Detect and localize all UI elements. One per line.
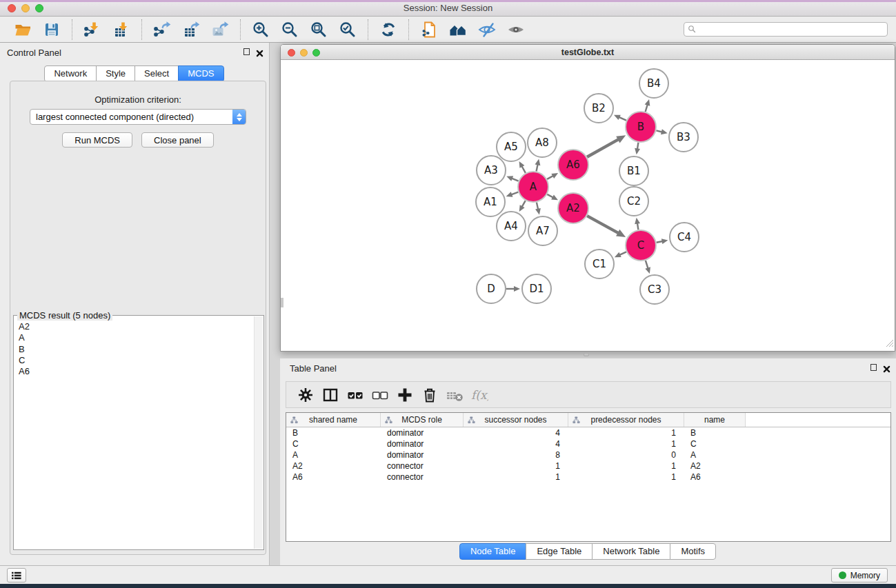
float-table-panel-icon[interactable] — [870, 364, 877, 371]
graph-edge-A-A7[interactable] — [537, 202, 538, 209]
cell-shared-name[interactable]: A6 — [286, 472, 381, 482]
cell-shared-name[interactable]: A — [286, 450, 381, 460]
tab-network[interactable]: Network — [44, 65, 97, 82]
tab-node-table[interactable]: Node Table — [459, 543, 527, 560]
zoom-fit-button[interactable] — [308, 19, 330, 41]
export-network-button[interactable] — [151, 19, 173, 41]
zoom-in-button[interactable] — [250, 19, 272, 41]
close-table-panel-icon[interactable] — [883, 363, 890, 371]
cell-shared-name[interactable]: B — [286, 428, 381, 438]
search-box[interactable] — [684, 22, 888, 37]
search-input[interactable] — [697, 23, 887, 35]
graph-edge-B-B4[interactable] — [646, 105, 648, 112]
mcds-result-item[interactable]: A — [19, 332, 254, 343]
table-row[interactable]: Cdominator41C — [286, 438, 890, 449]
cell-name[interactable]: B — [684, 428, 746, 438]
cell-successor-nodes[interactable]: 1 — [464, 472, 568, 482]
graph-edge-C-C1[interactable] — [619, 252, 626, 254]
graph-edge-B-B3[interactable] — [656, 130, 662, 132]
cell-name[interactable]: C — [684, 439, 746, 449]
cell-name[interactable]: A2 — [684, 461, 746, 471]
status-menu-button[interactable] — [7, 568, 26, 582]
graph-edge-B-B2[interactable] — [619, 117, 626, 121]
float-panel-icon[interactable] — [243, 48, 250, 55]
show-columns-button[interactable] — [318, 384, 343, 406]
result-scrollbar[interactable] — [254, 316, 263, 549]
criterion-dropdown[interactable]: largest connected component (directed) — [30, 109, 246, 125]
split-pane-handle[interactable] — [584, 353, 589, 356]
tab-edge-table[interactable]: Edge Table — [526, 543, 593, 560]
show-graphics-details-button[interactable] — [505, 19, 527, 41]
mcds-result-item[interactable]: B — [19, 344, 254, 355]
export-table-button[interactable] — [180, 19, 202, 41]
export-image-button[interactable] — [209, 19, 231, 41]
graph-edge-A6-B[interactable] — [587, 139, 619, 157]
graph-edge-A-A1[interactable] — [511, 192, 518, 195]
cell-MCDS-role[interactable]: connector — [381, 461, 464, 471]
create-column-button[interactable] — [392, 384, 417, 406]
graph-edge-A-A2[interactable] — [547, 194, 553, 198]
cell-predecessor-nodes[interactable]: 1 — [568, 439, 684, 449]
cell-shared-name[interactable]: C — [286, 439, 381, 449]
graph-edge-A-A5[interactable] — [521, 166, 525, 173]
tab-motifs[interactable]: Motifs — [670, 543, 716, 560]
network-window-titlebar[interactable]: testGlobe.txt — [281, 45, 895, 60]
import-table-button[interactable] — [110, 19, 132, 41]
save-session-button[interactable] — [41, 19, 63, 41]
table-row[interactable]: A2connector11A2 — [286, 460, 890, 472]
column-header-MCDS-role[interactable]: MCDS role — [381, 413, 464, 427]
cell-MCDS-role[interactable]: dominator — [381, 439, 464, 449]
cell-MCDS-role[interactable]: dominator — [381, 428, 464, 438]
cell-successor-nodes[interactable]: 4 — [464, 439, 568, 449]
column-header-name[interactable]: name — [684, 413, 746, 427]
cell-name[interactable]: A6 — [684, 472, 746, 482]
graph-edge-A2-C[interactable] — [587, 216, 618, 233]
memory-button[interactable]: Memory — [831, 568, 888, 582]
graph-edge-C-C2[interactable] — [637, 223, 639, 230]
delete-columns-button[interactable] — [417, 384, 442, 406]
close-panel-icon[interactable] — [256, 48, 263, 55]
cell-successor-nodes[interactable]: 8 — [464, 450, 568, 460]
tab-select[interactable]: Select — [135, 65, 179, 82]
column-header-shared-name[interactable]: shared name — [286, 413, 381, 427]
mcds-result-item[interactable]: A2 — [19, 321, 254, 332]
cell-MCDS-role[interactable]: dominator — [381, 450, 464, 460]
network-canvas[interactable]: AA1A2A3A4A5A6A7A8BB1B2B3B4CC1C2C3C4DD1 — [281, 60, 895, 351]
graph-edge-A-A4[interactable] — [522, 201, 526, 207]
resize-grip-icon[interactable] — [886, 338, 894, 350]
column-header-predecessor-nodes[interactable]: predecessor nodes — [568, 413, 684, 427]
graph-edge-B-B1[interactable] — [637, 143, 639, 150]
close-panel-button[interactable]: Close panel — [141, 132, 214, 148]
tab-style[interactable]: Style — [96, 65, 135, 82]
cell-predecessor-nodes[interactable]: 1 — [568, 472, 684, 482]
column-header-successor-nodes[interactable]: successor nodes — [464, 413, 568, 427]
graph-edge-C-C4[interactable] — [657, 241, 663, 243]
cell-name[interactable]: A — [684, 450, 746, 460]
tab-mcds[interactable]: MCDS — [178, 65, 223, 82]
zoom-out-button[interactable] — [279, 19, 301, 41]
table-row[interactable]: Bdominator41B — [286, 427, 890, 438]
cell-successor-nodes[interactable]: 1 — [464, 461, 568, 471]
cell-predecessor-nodes[interactable]: 0 — [568, 450, 684, 460]
graph-edge-A-A6[interactable] — [547, 176, 553, 179]
mcds-result-item[interactable]: A6 — [19, 366, 254, 377]
cell-successor-nodes[interactable]: 4 — [464, 428, 568, 438]
cell-MCDS-role[interactable]: connector — [381, 472, 464, 482]
table-row[interactable]: Adominator80A — [286, 449, 890, 460]
cell-predecessor-nodes[interactable]: 1 — [568, 461, 684, 471]
graph-edge-C-C3[interactable] — [646, 261, 648, 269]
graph-edge-A-A3[interactable] — [512, 179, 519, 181]
canvas-scroll-nub[interactable] — [281, 298, 283, 307]
cell-shared-name[interactable]: A2 — [286, 461, 381, 471]
table-row[interactable]: A6connector11A6 — [286, 472, 890, 483]
table-settings-button[interactable] — [293, 384, 318, 406]
import-network-button[interactable] — [81, 19, 103, 41]
home-button[interactable] — [447, 19, 469, 41]
hide-graphics-details-button[interactable] — [476, 19, 498, 41]
tab-network-table[interactable]: Network Table — [592, 543, 670, 560]
open-file-button[interactable] — [12, 19, 34, 41]
refresh-button[interactable] — [377, 19, 399, 41]
zoom-selected-button[interactable] — [337, 19, 359, 41]
unselect-all-columns-button[interactable] — [368, 384, 392, 406]
cell-predecessor-nodes[interactable]: 1 — [568, 428, 684, 438]
